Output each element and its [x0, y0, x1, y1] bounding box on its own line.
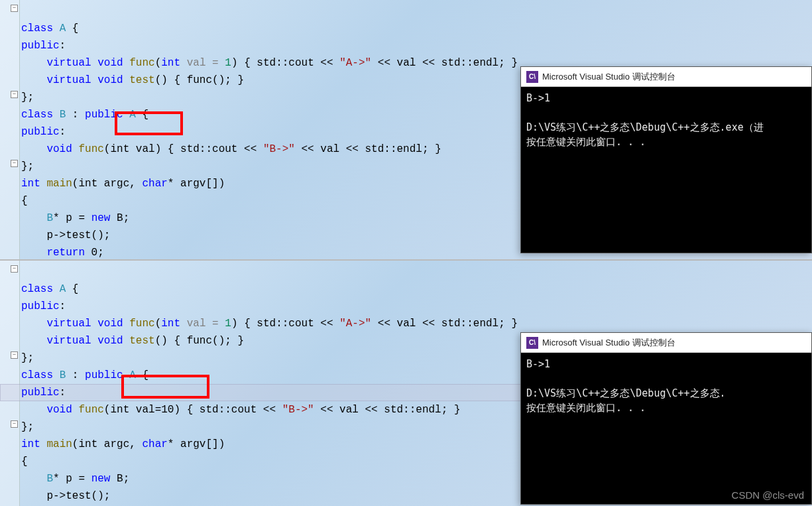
code-panel-1: − − − class A { public: virtual void fun…: [0, 0, 812, 261]
code-panel-2: − − − class A { public: virtual void fun…: [0, 261, 812, 506]
console-output[interactable]: B->1 D:\VS练习\C++之多态\Debug\C++之多态. 按任意键关闭…: [521, 353, 811, 506]
gutter: − − −: [0, 0, 20, 259]
console-title: Microsoft Visual Studio 调试控制台: [542, 337, 675, 349]
console-title: Microsoft Visual Studio 调试控制台: [542, 71, 675, 83]
fold-toggle[interactable]: −: [11, 5, 18, 12]
fold-toggle[interactable]: −: [11, 265, 18, 273]
console-titlebar[interactable]: C\ Microsoft Visual Studio 调试控制台: [521, 67, 811, 87]
gutter: − − −: [0, 261, 20, 506]
fold-toggle[interactable]: −: [11, 91, 18, 98]
console-output[interactable]: B->1 D:\VS练习\C++之多态\Debug\C++之多态.exe（进 按…: [521, 87, 811, 253]
debug-console-2: C\ Microsoft Visual Studio 调试控制台 B->1 D:…: [520, 332, 812, 505]
fold-toggle[interactable]: −: [11, 351, 18, 359]
fold-toggle[interactable]: −: [11, 160, 18, 167]
console-titlebar[interactable]: C\ Microsoft Visual Studio 调试控制台: [521, 333, 811, 353]
vs-icon: C\: [526, 71, 538, 83]
watermark: CSDN @cls-evd: [732, 489, 804, 501]
vs-icon: C\: [526, 337, 538, 349]
fold-toggle[interactable]: −: [11, 420, 18, 428]
debug-console-1: C\ Microsoft Visual Studio 调试控制台 B->1 D:…: [520, 66, 812, 253]
